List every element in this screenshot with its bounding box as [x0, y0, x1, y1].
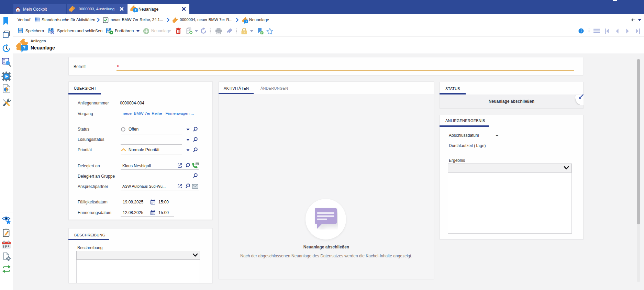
- svg-text:?: ?: [23, 45, 26, 50]
